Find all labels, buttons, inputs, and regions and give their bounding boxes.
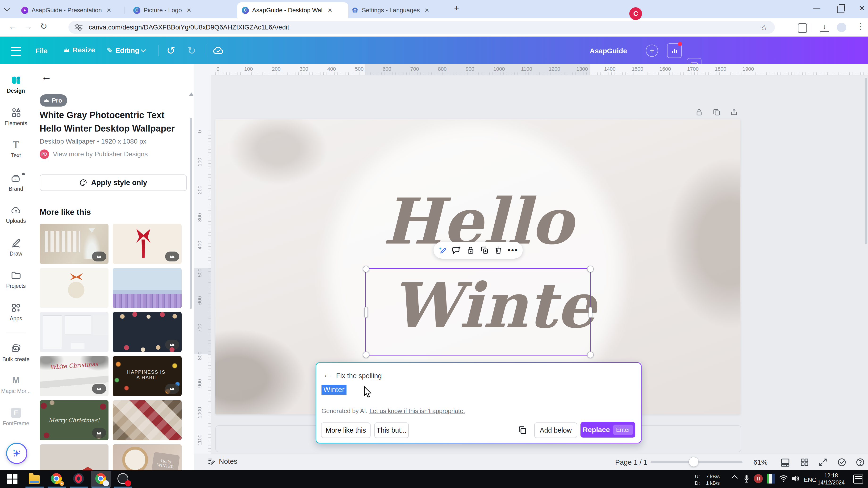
template-thumbnail-snowy-tree-calendar[interactable]: [40, 224, 108, 264]
add-member-button[interactable]: +: [646, 44, 658, 57]
sidebar-item-magic-morph[interactable]: M Magic Mor...: [0, 375, 32, 394]
more-like-this-button[interactable]: More like this: [321, 422, 371, 438]
sidebar-item-brand[interactable]: co Brand: [0, 172, 32, 192]
tab-desktop-wallpaper-active[interactable]: C AsapGuide - Desktop Wallpape ✕: [237, 2, 348, 18]
copy-icon[interactable]: [517, 425, 528, 435]
template-thumbnail-ornament-calendar[interactable]: [40, 268, 108, 308]
new-tab-button[interactable]: +: [454, 3, 459, 13]
browser-profile-avatar[interactable]: [837, 23, 846, 32]
template-thumbnail-red-bow-calendar[interactable]: [113, 224, 182, 264]
canva-assistant-button[interactable]: [6, 443, 27, 464]
ai-feedback-link[interactable]: Let us know if this isn't appropriate.: [369, 408, 465, 415]
redo-icon[interactable]: ↻: [187, 44, 196, 57]
template-thumbnail-candy-cane-dark[interactable]: [113, 312, 182, 352]
duplicate-page-icon[interactable]: [712, 108, 721, 117]
panel-scroll-up-arrow[interactable]: [189, 92, 193, 96]
reload-icon[interactable]: ↻: [40, 22, 47, 31]
language-indicator[interactable]: ENG: [804, 476, 816, 484]
this-but-button[interactable]: This but...: [374, 422, 409, 438]
delete-icon[interactable]: [494, 246, 503, 255]
lock-icon[interactable]: [466, 246, 475, 255]
lock-page-icon[interactable]: [695, 108, 703, 117]
bookmark-star-icon[interactable]: ☆: [761, 23, 768, 32]
window-minimize-button[interactable]: —: [813, 4, 820, 12]
template-thumbnail-lavender-field[interactable]: [113, 268, 182, 308]
address-bar[interactable]: canva.com/design/DAGXFBBoiYg/0U8xD9Q6AHZ…: [68, 21, 775, 34]
chrome-active-icon[interactable]: [95, 473, 107, 485]
pause-recording-icon[interactable]: [754, 474, 763, 483]
template-thumbnail-christmas-collage[interactable]: [113, 400, 182, 440]
file-menu[interactable]: File: [35, 47, 48, 55]
export-page-icon[interactable]: [730, 108, 738, 117]
sidebar-item-design[interactable]: Design: [0, 74, 32, 94]
publisher-link[interactable]: View more by Publisher Designs: [53, 151, 148, 158]
sidebar-item-fontframe[interactable]: F FontFrame: [0, 407, 32, 427]
undo-icon[interactable]: ↺: [166, 44, 175, 57]
browser-menu-icon[interactable]: ⋮: [857, 22, 865, 31]
resize-handle-e[interactable]: [588, 307, 592, 318]
tab-search-chevron-icon[interactable]: [4, 5, 10, 11]
sidebar-item-projects[interactable]: Projects: [0, 270, 32, 289]
template-thumbnail-winter-planner[interactable]: [40, 312, 108, 352]
wifi-icon[interactable]: [779, 475, 788, 483]
text-selection-box[interactable]: [365, 268, 591, 356]
magic-write-icon[interactable]: [438, 246, 447, 255]
fullscreen-icon[interactable]: [818, 457, 828, 467]
file-explorer-icon[interactable]: [29, 473, 40, 485]
add-below-button[interactable]: Add below: [534, 422, 577, 438]
downloads-icon[interactable]: ↓: [820, 23, 829, 32]
template-thumbnail-merry-christmas[interactable]: [40, 400, 108, 440]
apply-style-button[interactable]: Apply style only: [40, 174, 187, 191]
notification-center-icon[interactable]: [854, 473, 863, 484]
notes-button[interactable]: Notes: [207, 457, 237, 465]
obs-icon[interactable]: [118, 473, 129, 485]
tab-presentation[interactable]: ♦ AsapGuide - Presentation ✕: [17, 2, 126, 18]
url-text[interactable]: canva.com/design/DAGXFBBoiYg/0U8xD9Q6AHZ…: [89, 24, 289, 31]
insights-button[interactable]: [667, 43, 682, 58]
sidebar-item-draw[interactable]: Draw: [0, 237, 32, 257]
tab-close-icon[interactable]: ✕: [425, 7, 429, 14]
account-avatar[interactable]: C: [629, 7, 642, 20]
more-options-icon[interactable]: •••: [507, 246, 518, 255]
tab-settings-languages[interactable]: ⚙ Settings - Languages ✕: [347, 2, 455, 18]
template-thumbnail-cocoa-hello-winter[interactable]: [113, 445, 182, 470]
duplicate-icon[interactable]: [480, 246, 489, 255]
resize-menu[interactable]: Resize: [63, 46, 95, 54]
back-icon[interactable]: ←: [8, 22, 17, 31]
panel-scrollbar[interactable]: [190, 118, 192, 309]
sidebar-item-elements[interactable]: Elements: [0, 107, 32, 127]
ai-result-text-selected[interactable]: Winter: [321, 385, 346, 395]
tab-picture-logo[interactable]: C Picture - Logo ✕: [129, 2, 237, 18]
resize-handle-nw[interactable]: [363, 266, 369, 272]
clock[interactable]: 12:18 14/12/2024: [817, 472, 845, 486]
tab-close-icon[interactable]: ✕: [187, 7, 191, 14]
zoom-slider-thumb[interactable]: [689, 457, 699, 467]
sidebar-item-uploads[interactable]: Uploads: [0, 205, 32, 224]
resize-handle-sw[interactable]: [363, 352, 369, 358]
tab-close-icon[interactable]: ✕: [106, 7, 111, 14]
home-menu-icon[interactable]: [11, 47, 21, 56]
zoom-level[interactable]: 61%: [753, 458, 768, 466]
resize-handle-se[interactable]: [587, 352, 594, 358]
tab-close-icon[interactable]: ✕: [328, 7, 332, 14]
canvas-scrollbar[interactable]: [865, 78, 867, 244]
publisher-row[interactable]: PD View more by Publisher Designs: [40, 150, 148, 159]
chrome-beta-icon[interactable]: ★: [51, 473, 63, 485]
grid-view-icon[interactable]: [800, 457, 809, 467]
microphone-icon[interactable]: [743, 474, 750, 484]
template-thumbnail-winter-village[interactable]: [40, 445, 108, 470]
site-settings-icon[interactable]: [74, 24, 83, 30]
speaker-icon[interactable]: [790, 474, 800, 483]
start-button[interactable]: [7, 473, 19, 485]
resize-handle-w[interactable]: [364, 307, 368, 318]
comment-add-icon[interactable]: [452, 246, 461, 255]
template-thumbnail-string-lights[interactable]: [113, 356, 182, 396]
template-thumbnail-white-christmas[interactable]: [40, 356, 108, 396]
pages-view-icon[interactable]: [780, 457, 790, 467]
opera-icon[interactable]: [73, 473, 85, 485]
panel-back-icon[interactable]: ←: [41, 71, 52, 83]
popup-back-icon[interactable]: ←: [323, 369, 332, 380]
sidebar-item-text[interactable]: T Text: [0, 139, 32, 159]
editing-mode-menu[interactable]: ✎ Editing: [106, 46, 145, 55]
sidebar-item-apps[interactable]: Apps: [0, 302, 32, 322]
